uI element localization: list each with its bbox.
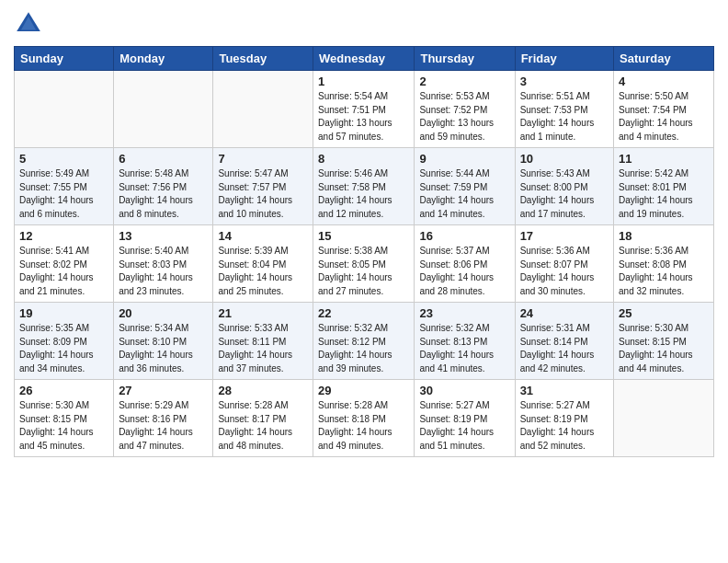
- calendar-cell: 28Sunrise: 5:28 AM Sunset: 8:17 PM Dayli…: [213, 380, 313, 457]
- calendar-week-row: 5Sunrise: 5:49 AM Sunset: 7:55 PM Daylig…: [15, 148, 714, 225]
- calendar-week-row: 12Sunrise: 5:41 AM Sunset: 8:02 PM Dayli…: [15, 225, 714, 303]
- calendar-cell: 9Sunrise: 5:44 AM Sunset: 7:59 PM Daylig…: [415, 148, 515, 225]
- day-info: Sunrise: 5:31 AM Sunset: 8:14 PM Dayligh…: [520, 322, 609, 375]
- calendar-cell: 19Sunrise: 5:35 AM Sunset: 8:09 PM Dayli…: [15, 303, 114, 380]
- calendar-cell: 31Sunrise: 5:27 AM Sunset: 8:19 PM Dayli…: [515, 380, 613, 457]
- day-number: 30: [419, 384, 509, 397]
- calendar-cell: [614, 380, 714, 457]
- calendar-cell: [213, 71, 313, 148]
- day-info: Sunrise: 5:36 AM Sunset: 8:08 PM Dayligh…: [619, 245, 709, 298]
- calendar-cell: 3Sunrise: 5:51 AM Sunset: 7:53 PM Daylig…: [515, 71, 613, 148]
- weekday-header: Sunday: [15, 47, 114, 71]
- calendar-cell: 1Sunrise: 5:54 AM Sunset: 7:51 PM Daylig…: [313, 71, 415, 148]
- calendar-cell: 12Sunrise: 5:41 AM Sunset: 8:02 PM Dayli…: [15, 225, 114, 303]
- day-number: 5: [19, 152, 108, 166]
- day-number: 31: [520, 384, 609, 397]
- day-info: Sunrise: 5:39 AM Sunset: 8:04 PM Dayligh…: [218, 245, 308, 298]
- day-info: Sunrise: 5:49 AM Sunset: 7:55 PM Dayligh…: [19, 167, 108, 221]
- calendar-cell: 8Sunrise: 5:46 AM Sunset: 7:58 PM Daylig…: [313, 148, 415, 225]
- calendar-cell: 26Sunrise: 5:30 AM Sunset: 8:15 PM Dayli…: [15, 380, 114, 457]
- calendar-cell: 13Sunrise: 5:40 AM Sunset: 8:03 PM Dayli…: [114, 225, 213, 303]
- day-number: 28: [218, 384, 308, 397]
- day-number: 6: [119, 152, 208, 166]
- calendar-cell: 2Sunrise: 5:53 AM Sunset: 7:52 PM Daylig…: [415, 71, 515, 148]
- calendar-week-row: 26Sunrise: 5:30 AM Sunset: 8:15 PM Dayli…: [15, 380, 714, 457]
- calendar-cell: 7Sunrise: 5:47 AM Sunset: 7:57 PM Daylig…: [213, 148, 313, 225]
- day-info: Sunrise: 5:34 AM Sunset: 8:10 PM Dayligh…: [119, 322, 208, 375]
- day-number: 23: [419, 306, 509, 320]
- day-number: 22: [318, 306, 409, 320]
- day-number: 19: [19, 306, 108, 320]
- day-info: Sunrise: 5:33 AM Sunset: 8:11 PM Dayligh…: [218, 322, 308, 375]
- day-number: 15: [318, 229, 409, 243]
- day-info: Sunrise: 5:50 AM Sunset: 7:54 PM Dayligh…: [619, 90, 709, 144]
- logo: [14, 9, 47, 39]
- day-info: Sunrise: 5:48 AM Sunset: 7:56 PM Dayligh…: [119, 167, 208, 221]
- calendar-cell: 30Sunrise: 5:27 AM Sunset: 8:19 PM Dayli…: [415, 380, 515, 457]
- weekday-header: Wednesday: [313, 47, 415, 71]
- day-info: Sunrise: 5:36 AM Sunset: 8:07 PM Dayligh…: [520, 245, 609, 298]
- day-number: 25: [619, 306, 709, 320]
- day-number: 8: [318, 152, 409, 166]
- calendar-cell: 25Sunrise: 5:30 AM Sunset: 8:15 PM Dayli…: [614, 303, 714, 380]
- calendar-cell: 5Sunrise: 5:49 AM Sunset: 7:55 PM Daylig…: [15, 148, 114, 225]
- weekday-header-row: SundayMondayTuesdayWednesdayThursdayFrid…: [15, 47, 714, 71]
- day-info: Sunrise: 5:28 AM Sunset: 8:17 PM Dayligh…: [218, 399, 308, 453]
- day-info: Sunrise: 5:38 AM Sunset: 8:05 PM Dayligh…: [318, 245, 409, 298]
- day-number: 24: [520, 306, 609, 320]
- day-info: Sunrise: 5:30 AM Sunset: 8:15 PM Dayligh…: [19, 399, 108, 453]
- calendar: SundayMondayTuesdayWednesdayThursdayFrid…: [14, 46, 714, 457]
- day-number: 4: [619, 75, 709, 88]
- calendar-cell: 14Sunrise: 5:39 AM Sunset: 8:04 PM Dayli…: [213, 225, 313, 303]
- day-number: 29: [318, 384, 409, 397]
- day-number: 7: [218, 152, 308, 166]
- calendar-cell: 24Sunrise: 5:31 AM Sunset: 8:14 PM Dayli…: [515, 303, 613, 380]
- logo-icon: [14, 9, 43, 39]
- calendar-cell: 27Sunrise: 5:29 AM Sunset: 8:16 PM Dayli…: [114, 380, 213, 457]
- calendar-cell: 18Sunrise: 5:36 AM Sunset: 8:08 PM Dayli…: [614, 225, 714, 303]
- calendar-cell: 4Sunrise: 5:50 AM Sunset: 7:54 PM Daylig…: [614, 71, 714, 148]
- calendar-cell: 16Sunrise: 5:37 AM Sunset: 8:06 PM Dayli…: [415, 225, 515, 303]
- weekday-header: Friday: [515, 47, 613, 71]
- day-info: Sunrise: 5:37 AM Sunset: 8:06 PM Dayligh…: [419, 245, 509, 298]
- calendar-week-row: 19Sunrise: 5:35 AM Sunset: 8:09 PM Dayli…: [15, 303, 714, 380]
- weekday-header: Thursday: [415, 47, 515, 71]
- day-number: 17: [520, 229, 609, 243]
- day-number: 12: [19, 229, 108, 243]
- calendar-cell: 10Sunrise: 5:43 AM Sunset: 8:00 PM Dayli…: [515, 148, 613, 225]
- day-number: 11: [619, 152, 709, 166]
- calendar-cell: 15Sunrise: 5:38 AM Sunset: 8:05 PM Dayli…: [313, 225, 415, 303]
- day-info: Sunrise: 5:44 AM Sunset: 7:59 PM Dayligh…: [419, 167, 509, 221]
- day-info: Sunrise: 5:29 AM Sunset: 8:16 PM Dayligh…: [119, 399, 208, 453]
- weekday-header: Tuesday: [213, 47, 313, 71]
- calendar-cell: [15, 71, 114, 148]
- day-info: Sunrise: 5:30 AM Sunset: 8:15 PM Dayligh…: [619, 322, 709, 375]
- day-info: Sunrise: 5:54 AM Sunset: 7:51 PM Dayligh…: [318, 90, 409, 144]
- day-info: Sunrise: 5:32 AM Sunset: 8:13 PM Dayligh…: [419, 322, 509, 375]
- weekday-header: Monday: [114, 47, 213, 71]
- day-info: Sunrise: 5:51 AM Sunset: 7:53 PM Dayligh…: [520, 90, 609, 144]
- weekday-header: Saturday: [614, 47, 714, 71]
- calendar-cell: 22Sunrise: 5:32 AM Sunset: 8:12 PM Dayli…: [313, 303, 415, 380]
- day-info: Sunrise: 5:42 AM Sunset: 8:01 PM Dayligh…: [619, 167, 709, 221]
- calendar-cell: 23Sunrise: 5:32 AM Sunset: 8:13 PM Dayli…: [415, 303, 515, 380]
- day-number: 26: [19, 384, 108, 397]
- day-info: Sunrise: 5:41 AM Sunset: 8:02 PM Dayligh…: [19, 245, 108, 298]
- calendar-cell: [114, 71, 213, 148]
- day-number: 14: [218, 229, 308, 243]
- day-info: Sunrise: 5:27 AM Sunset: 8:19 PM Dayligh…: [520, 399, 609, 453]
- day-info: Sunrise: 5:32 AM Sunset: 8:12 PM Dayligh…: [318, 322, 409, 375]
- day-number: 10: [520, 152, 609, 166]
- day-number: 9: [419, 152, 509, 166]
- page-header: [14, 9, 714, 39]
- calendar-cell: 6Sunrise: 5:48 AM Sunset: 7:56 PM Daylig…: [114, 148, 213, 225]
- day-number: 20: [119, 306, 208, 320]
- day-info: Sunrise: 5:40 AM Sunset: 8:03 PM Dayligh…: [119, 245, 208, 298]
- day-number: 13: [119, 229, 208, 243]
- calendar-week-row: 1Sunrise: 5:54 AM Sunset: 7:51 PM Daylig…: [15, 71, 714, 148]
- day-info: Sunrise: 5:47 AM Sunset: 7:57 PM Dayligh…: [218, 167, 308, 221]
- day-number: 21: [218, 306, 308, 320]
- calendar-cell: 11Sunrise: 5:42 AM Sunset: 8:01 PM Dayli…: [614, 148, 714, 225]
- calendar-cell: 29Sunrise: 5:28 AM Sunset: 8:18 PM Dayli…: [313, 380, 415, 457]
- day-info: Sunrise: 5:27 AM Sunset: 8:19 PM Dayligh…: [419, 399, 509, 453]
